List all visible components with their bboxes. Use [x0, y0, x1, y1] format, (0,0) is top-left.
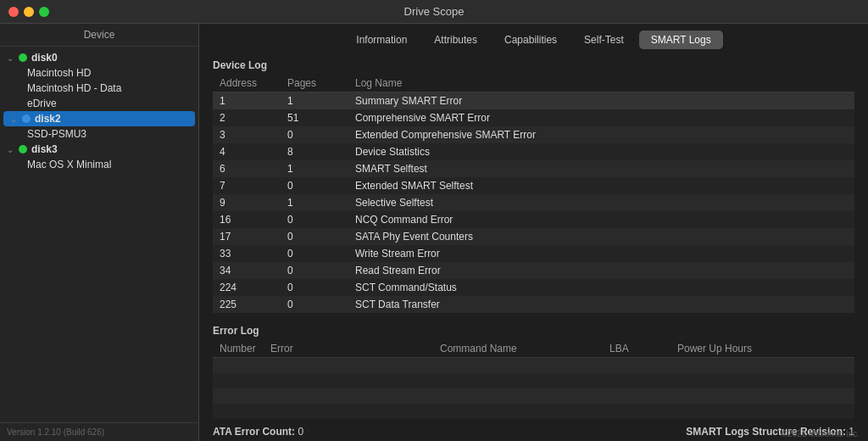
table-row: 11Summary SMART Error [213, 92, 854, 110]
minimize-button[interactable] [24, 7, 34, 17]
cell-pages: 1 [281, 194, 348, 211]
cell-address: 225 [213, 296, 281, 313]
device-log-thead: Address Pages Log Name [213, 75, 854, 92]
cell-address: 3 [213, 126, 281, 143]
table-row: 170SATA Phy Event Counters [213, 228, 854, 245]
table-row: 340Read Stream Error [213, 262, 854, 279]
device-log-header: Device Log [213, 54, 854, 75]
col-puh: Power Up Hours [670, 340, 854, 358]
close-button[interactable] [8, 7, 19, 17]
label-disk3: disk3 [31, 143, 58, 155]
sidebar-item-disk0[interactable]: ⌄disk0 [0, 50, 198, 65]
cell-address: 224 [213, 279, 281, 296]
error-log-header-row: Number Error Command Name LBA Power Up H… [213, 340, 854, 358]
cell-address: 7 [213, 177, 281, 194]
cell-address: 6 [213, 160, 281, 177]
device-log-table: Address Pages Log Name 11Summary SMART E… [213, 75, 854, 313]
error-log-tbody [213, 358, 854, 419]
cell-number [213, 373, 264, 388]
table-row: 61SMART Selftest [213, 160, 854, 177]
sidebar-item-disk3[interactable]: ⌄disk3 [0, 142, 198, 157]
col-lba: LBA [603, 340, 670, 358]
cell-pages: 0 [281, 245, 348, 262]
table-row: 160NCQ Command Error [213, 211, 854, 228]
window-controls [8, 7, 49, 17]
label-ssd-psmu3: SSD-PSMU3 [27, 128, 86, 140]
cell-pages: 51 [281, 109, 348, 126]
cell-logName: SATA Phy Event Counters [348, 228, 854, 245]
cell-powerUpHours [670, 358, 854, 373]
tab-attributes[interactable]: Attributes [422, 31, 489, 49]
cell-pages: 0 [281, 279, 348, 296]
error-log-table: Number Error Command Name LBA Power Up H… [213, 340, 854, 419]
chevron-disk3: ⌄ [7, 145, 19, 154]
sidebar-item-edrive[interactable]: eDrive [0, 96, 198, 111]
cell-lba [603, 358, 670, 373]
cell-logName: NCQ Command Error [348, 211, 854, 228]
sidebar-item-macintosh-hd[interactable]: Macintosh HD [0, 65, 198, 81]
sidebar-item-macintosh-hd-data[interactable]: Macintosh HD - Data [0, 81, 198, 96]
cell-logName: Selective Selftest [348, 194, 854, 211]
dot-disk3 [19, 145, 27, 154]
cell-pages: 1 [281, 160, 348, 177]
col-cmd: Command Name [433, 340, 603, 358]
device-log-header-row: Address Pages Log Name [213, 75, 854, 92]
ata-error-count: ATA Error Count: 0 [213, 426, 303, 438]
cell-pages: 0 [281, 228, 348, 245]
main-container: Device ⌄disk0Macintosh HDMacintosh HD - … [0, 24, 868, 441]
tabs-bar: InformationAttributesCapabilitiesSelf-Te… [199, 24, 868, 54]
cell-address: 16 [213, 211, 281, 228]
cell-logName: Device Statistics [348, 143, 854, 160]
col-address: Address [213, 75, 281, 92]
maximize-button[interactable] [39, 7, 49, 17]
table-row: 30Extended Comprehensive SMART Error [213, 126, 854, 143]
sidebar-item-mac-os-x-minimal[interactable]: Mac OS X Minimal [0, 157, 198, 172]
label-edrive: eDrive [27, 98, 57, 109]
tab-capabilities[interactable]: Capabilities [492, 31, 569, 49]
table-row: 70Extended SMART Selftest [213, 177, 854, 194]
label-disk2: disk2 [35, 113, 61, 125]
col-number: Number [213, 340, 264, 358]
tab-smart-logs[interactable]: SMART Logs [639, 31, 723, 49]
cell-pages: 0 [281, 296, 348, 313]
table-row [213, 358, 854, 373]
cell-address: 9 [213, 194, 281, 211]
dot-disk0 [19, 53, 27, 62]
content-area: Device Log Address Pages Log Name 11Summ… [199, 54, 868, 419]
cell-number [213, 404, 264, 419]
title-bar: Drive Scope [0, 0, 868, 24]
table-row: 2240SCT Command/Status [213, 279, 854, 296]
cell-lba [603, 404, 670, 419]
cell-powerUpHours [670, 404, 854, 419]
cell-commandName [433, 404, 603, 419]
cell-address: 1 [213, 92, 281, 110]
cell-address: 17 [213, 228, 281, 245]
label-macintosh-hd-data: Macintosh HD - Data [27, 82, 121, 94]
chevron-disk2: ⌄ [10, 114, 22, 124]
cell-commandName [433, 358, 603, 373]
tab-self-test[interactable]: Self-Test [572, 31, 636, 49]
col-logname: Log Name [348, 75, 854, 92]
cell-logName: Comprehensive SMART Error [348, 109, 854, 126]
error-log-thead: Number Error Command Name LBA Power Up H… [213, 340, 854, 358]
label-disk0: disk0 [31, 52, 58, 64]
cell-commandName [433, 388, 603, 404]
cell-address: 4 [213, 143, 281, 160]
cell-address: 34 [213, 262, 281, 279]
label-mac-os-x-minimal: Mac OS X Minimal [27, 159, 111, 170]
tab-information[interactable]: Information [344, 31, 419, 49]
cell-address: 2 [213, 109, 281, 126]
cell-powerUpHours [670, 388, 854, 404]
cell-error [264, 388, 433, 404]
app-title: Drive Scope [404, 5, 465, 18]
table-row [213, 404, 854, 419]
cell-lba [603, 388, 670, 404]
panel-footer: ATA Error Count: 0 SMART Logs Structure … [199, 419, 868, 441]
sidebar-item-disk2[interactable]: ⌄disk2 [3, 111, 195, 126]
error-log-header: Error Log [213, 320, 854, 340]
cell-pages: 0 [281, 262, 348, 279]
device-log-tbody: 11Summary SMART Error251Comprehensive SM… [213, 92, 854, 314]
sidebar-item-ssd-psmu3[interactable]: SSD-PSMU3 [0, 126, 198, 142]
cell-logName: Extended SMART Selftest [348, 177, 854, 194]
cell-lba [603, 373, 670, 388]
